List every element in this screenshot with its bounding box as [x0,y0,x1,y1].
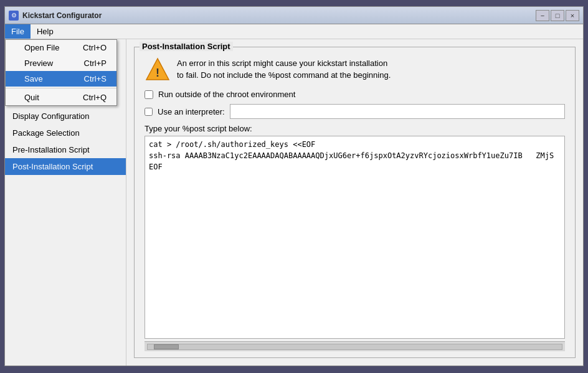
post-install-group: Post-Installation Script ! An error in t… [134,47,576,358]
script-textarea-wrap[interactable]: cat > /root/.sh/authorized_keys <<EOF ss… [145,136,565,339]
sidebar-item-post-installation-script[interactable]: Post-Installation Script [5,158,126,175]
script-content[interactable]: cat > /root/.sh/authorized_keys <<EOF ss… [145,136,564,175]
menu-preview[interactable]: Preview Ctrl+P [6,55,116,71]
warning-icon: ! [145,56,171,82]
script-area-label: Type your %post script below: [138,121,571,136]
interpreter-checkbox[interactable] [145,108,153,116]
title-bar-buttons: − □ × [536,10,579,21]
app-icon: ⚙ [9,11,19,21]
interpreter-option-row: Use an interpreter: [138,102,571,121]
file-dropdown: Open File Ctrl+O Preview Ctrl+P Save Ctr… [5,39,117,106]
sidebar-item-pre-installation-script[interactable]: Pre-Installation Script [5,141,126,158]
interpreter-label: Use an interpreter: [158,107,225,116]
horizontal-scrollbar[interactable] [145,341,565,351]
chroot-option-row: Run outside of the chroot environment [138,87,571,102]
scroll-thumb[interactable] [154,344,179,349]
sidebar-item-package-selection[interactable]: Package Selection [5,125,126,141]
menu-separator [6,88,116,88]
svg-text:!: ! [156,67,159,79]
menu-save[interactable]: Save Ctrl+S [6,71,116,87]
minimize-button[interactable]: − [536,10,549,21]
sidebar-item-display-configuration[interactable]: Display Configuration [5,108,126,125]
title-bar: ⚙ Kickstart Configurator − □ × [5,7,583,24]
chroot-checkbox[interactable] [145,90,153,99]
main-window: ⚙ Kickstart Configurator − □ × File Open… [4,6,584,366]
menu-item-file[interactable]: File Open File Ctrl+O Preview Ctrl+P Sav… [5,24,31,39]
scroll-track[interactable] [147,344,562,350]
maximize-button[interactable]: □ [551,10,564,21]
window-title: Kickstart Configurator [22,11,102,20]
chroot-label: Run outside of the chroot environment [158,90,295,99]
menu-item-help[interactable]: Help [31,24,60,39]
menu-open-file[interactable]: Open File Ctrl+O [6,40,116,55]
alert-banner: ! An error in this script might cause yo… [138,51,571,87]
title-bar-left: ⚙ Kickstart Configurator [9,11,102,21]
interpreter-input[interactable] [230,104,565,119]
menu-bar: File Open File Ctrl+O Preview Ctrl+P Sav… [5,24,583,39]
content-panel: Post-Installation Script ! An error in t… [126,39,583,366]
group-box-title: Post-Installation Script [140,42,233,51]
alert-text: An error in this script might cause your… [177,57,391,82]
close-button[interactable]: × [566,10,579,21]
menu-quit[interactable]: Quit Ctrl+Q [6,90,116,105]
